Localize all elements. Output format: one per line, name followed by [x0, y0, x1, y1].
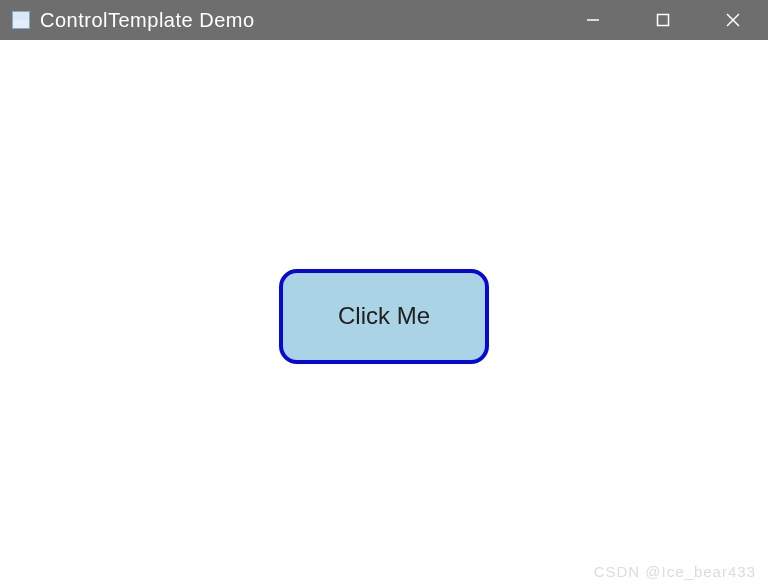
window-titlebar: ControlTemplate Demo: [0, 0, 768, 40]
minimize-icon: [586, 13, 600, 27]
client-area: Click Me: [0, 40, 768, 586]
window-controls: [558, 0, 768, 40]
close-icon: [726, 13, 740, 27]
maximize-button[interactable]: [628, 0, 698, 40]
minimize-button[interactable]: [558, 0, 628, 40]
maximize-icon: [656, 13, 670, 27]
window-title: ControlTemplate Demo: [40, 9, 558, 32]
close-button[interactable]: [698, 0, 768, 40]
svg-rect-1: [658, 15, 669, 26]
app-icon: [12, 11, 30, 29]
button-label: Click Me: [338, 302, 430, 330]
click-me-button[interactable]: Click Me: [279, 269, 489, 364]
